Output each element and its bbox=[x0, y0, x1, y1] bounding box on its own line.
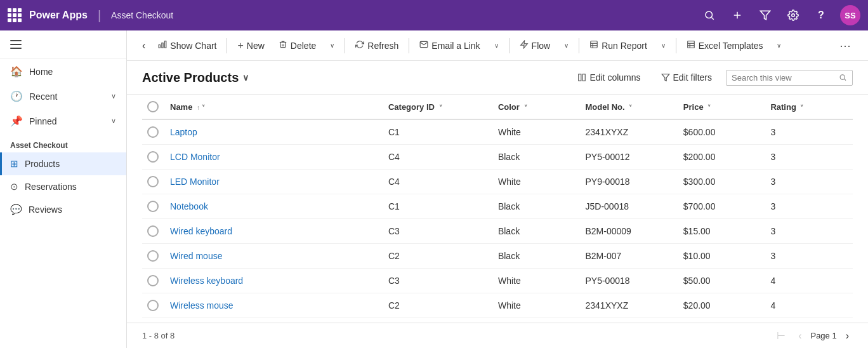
filter-icon[interactable] bbox=[756, 6, 774, 24]
edit-filters-button[interactable]: Edit filters bbox=[655, 69, 718, 86]
sidebar-item-recent[interactable]: 🕐 Recent ∨ bbox=[0, 84, 126, 109]
row-checkbox-cell[interactable] bbox=[142, 293, 165, 318]
row-name-cell: Wired mouse bbox=[165, 244, 383, 269]
ellipsis-icon: ⋯ bbox=[839, 39, 852, 53]
col-header-name[interactable]: Name ↑ ˅ bbox=[165, 95, 383, 119]
row-name-link[interactable]: Notebook bbox=[170, 201, 208, 211]
table-body: Laptop C1 White 2341XYXZ $600.00 3 LCD M… bbox=[142, 119, 853, 318]
row-checkbox-cell[interactable] bbox=[142, 194, 165, 219]
row-color-cell: Black bbox=[493, 244, 581, 269]
filter-list-icon bbox=[661, 73, 670, 82]
row-name-link[interactable]: LCD Monitor bbox=[170, 152, 220, 162]
next-page-button[interactable]: › bbox=[842, 329, 853, 343]
col-header-model[interactable]: Model No. ˅ bbox=[581, 95, 678, 119]
row-checkbox[interactable] bbox=[147, 300, 159, 311]
hamburger-menu[interactable] bbox=[8, 36, 25, 53]
cmd-chevron-1[interactable]: ∨ bbox=[324, 38, 341, 53]
cmd-chevron-4[interactable]: ∨ bbox=[655, 38, 672, 53]
back-button[interactable]: ‹ bbox=[137, 37, 150, 54]
row-checkbox-cell[interactable] bbox=[142, 219, 165, 244]
search-icon[interactable] bbox=[700, 6, 718, 24]
sidebar-item-pinned[interactable]: 📌 Pinned ∨ bbox=[0, 109, 126, 133]
row-checkbox[interactable] bbox=[147, 225, 159, 237]
view-title-chevron-icon[interactable]: ∨ bbox=[242, 72, 249, 83]
col-header-color[interactable]: Color ˅ bbox=[493, 95, 581, 119]
excel-templates-button[interactable]: Excel Templates bbox=[680, 36, 770, 55]
col-category-label: Category ID bbox=[388, 102, 435, 112]
nav-left: Power Apps | Asset Checkout bbox=[8, 8, 173, 23]
avatar[interactable]: SS bbox=[840, 5, 860, 25]
new-label: New bbox=[247, 41, 265, 51]
sidebar-item-reviews[interactable]: 💬 Reviews bbox=[0, 198, 126, 221]
app-title: Power Apps bbox=[29, 10, 88, 21]
col-header-category[interactable]: Category ID ˅ bbox=[383, 95, 493, 119]
cmd-sep-5 bbox=[579, 38, 579, 53]
search-box bbox=[726, 70, 853, 86]
new-button[interactable]: + New bbox=[231, 36, 270, 55]
cmd-chevron-5[interactable]: ∨ bbox=[770, 38, 787, 53]
col-header-rating[interactable]: Rating ˅ bbox=[765, 95, 853, 119]
row-checkbox-cell[interactable] bbox=[142, 269, 165, 293]
edit-columns-button[interactable]: Edit columns bbox=[571, 69, 647, 86]
apps-grid-icon[interactable] bbox=[8, 8, 22, 22]
flow-button[interactable]: Flow bbox=[513, 36, 557, 55]
svg-marker-20 bbox=[662, 74, 669, 81]
first-page-button[interactable]: ⊢ bbox=[773, 328, 789, 343]
row-checkbox[interactable] bbox=[147, 126, 159, 138]
row-name-link[interactable]: Wired mouse bbox=[170, 251, 222, 261]
row-category-cell: C4 bbox=[383, 170, 493, 194]
row-checkbox-cell[interactable] bbox=[142, 119, 165, 145]
row-checkbox-cell[interactable] bbox=[142, 145, 165, 170]
row-checkbox[interactable] bbox=[147, 275, 159, 286]
table-row: LCD Monitor C4 Black PY5-00012 $200.00 3 bbox=[142, 145, 853, 170]
refresh-icon bbox=[355, 40, 364, 51]
row-checkbox-cell[interactable] bbox=[142, 244, 165, 269]
row-color-cell: White bbox=[493, 269, 581, 293]
select-all-checkbox[interactable] bbox=[147, 101, 159, 112]
row-name-link[interactable]: Wireless keyboard bbox=[170, 276, 243, 286]
search-input[interactable] bbox=[732, 73, 835, 83]
sidebar-item-products[interactable]: ⊞ Products bbox=[0, 152, 126, 175]
row-name-link[interactable]: Wired keyboard bbox=[170, 226, 232, 236]
row-checkbox[interactable] bbox=[147, 151, 159, 163]
refresh-button[interactable]: Refresh bbox=[349, 36, 405, 55]
content-area: ‹ Show Chart + New Delete ∨ bbox=[127, 30, 868, 348]
row-checkbox[interactable] bbox=[147, 250, 159, 262]
row-color-cell: Black bbox=[493, 145, 581, 170]
cmd-chevron-3[interactable]: ∨ bbox=[558, 38, 575, 53]
sidebar-item-reservations[interactable]: ⊙ Reservations bbox=[0, 175, 126, 198]
sidebar: 🏠 Home 🕐 Recent ∨ 📌 Pinned ∨ Asset Check… bbox=[0, 30, 127, 348]
row-model-cell: PY5-00018 bbox=[581, 269, 678, 293]
cmd-sep-1 bbox=[227, 38, 227, 53]
cmd-chevron-2[interactable]: ∨ bbox=[488, 38, 505, 53]
row-name-link[interactable]: Laptop bbox=[170, 127, 197, 137]
sidebar-item-home[interactable]: 🏠 Home bbox=[0, 59, 126, 84]
row-checkbox[interactable] bbox=[147, 201, 159, 212]
settings-icon[interactable] bbox=[784, 6, 802, 24]
row-checkbox[interactable] bbox=[147, 176, 159, 187]
add-icon[interactable] bbox=[728, 6, 746, 24]
help-icon[interactable]: ? bbox=[812, 6, 830, 24]
svg-marker-4 bbox=[761, 11, 770, 20]
run-report-button[interactable]: Run Report bbox=[583, 36, 654, 55]
row-model-cell: 2341XYXZ bbox=[581, 119, 678, 145]
refresh-label: Refresh bbox=[367, 41, 398, 51]
col-header-price[interactable]: Price ˅ bbox=[678, 95, 766, 119]
prev-page-button[interactable]: ‹ bbox=[794, 329, 805, 343]
sidebar-home-label: Home bbox=[29, 67, 53, 77]
more-commands-button[interactable]: ⋯ bbox=[833, 35, 858, 57]
sidebar-recent-label: Recent bbox=[29, 91, 57, 102]
email-link-button[interactable]: Email a Link bbox=[413, 36, 486, 55]
row-name-link[interactable]: LED Monitor bbox=[170, 177, 220, 187]
row-rating-cell: 3 bbox=[765, 170, 853, 194]
select-all-header[interactable] bbox=[142, 95, 165, 119]
show-chart-button[interactable]: Show Chart bbox=[152, 36, 223, 55]
col-name-label: Name bbox=[170, 102, 192, 112]
row-name-link[interactable]: Wireless mouse bbox=[170, 300, 233, 311]
row-checkbox-cell[interactable] bbox=[142, 170, 165, 194]
row-price-cell: $10.00 bbox=[678, 244, 766, 269]
row-rating-cell: 3 bbox=[765, 194, 853, 219]
delete-button[interactable]: Delete bbox=[272, 36, 322, 55]
table-header-row: Name ↑ ˅ Category ID ˅ Color ˅ Model N bbox=[142, 95, 853, 119]
row-category-cell: C4 bbox=[383, 145, 493, 170]
